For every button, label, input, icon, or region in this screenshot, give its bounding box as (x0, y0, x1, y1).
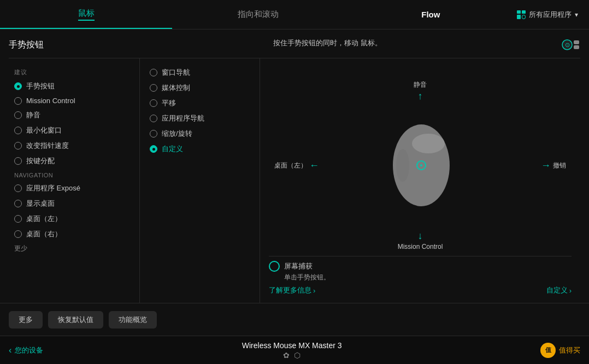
dir-right: → 撤销 (541, 160, 566, 171)
footer-icons: ✿ ⬡ (43, 351, 540, 360)
tab-flow[interactable]: Flow (345, 0, 517, 29)
tab-mouse[interactable]: 鼠标 (0, 0, 172, 29)
overview-button[interactable]: 功能概览 (109, 311, 157, 329)
list-item-expose[interactable]: 应用程序 Exposé (9, 181, 139, 196)
footer-center: Wireless Mouse MX Master 3 ✿ ⬡ (43, 341, 540, 360)
radio-appnav (150, 115, 157, 122)
svg-point-5 (396, 149, 409, 182)
radio-showdesktop (14, 200, 22, 207)
chevron-right-icon: › (313, 287, 315, 295)
left-panel: 建议 手势按钮 Mission Control 静音 最小化窗口 改变指针速度 (9, 58, 140, 303)
device-name: Wireless Mouse MX Master 3 (43, 341, 540, 350)
radio-zoom (150, 130, 157, 138)
list-item-mission[interactable]: Mission Control (9, 94, 139, 108)
capture-title: 屏幕捕获 (284, 261, 313, 271)
list-item-keybind[interactable]: 按键分配 (9, 153, 139, 169)
bluetooth-icon: ✿ (283, 351, 290, 360)
radio-speed (14, 142, 22, 150)
content-row: 建议 手势按钮 Mission Control 静音 最小化窗口 改变指针速度 (9, 58, 580, 303)
customize-link[interactable]: 自定义 › (546, 285, 572, 295)
list-item-showdesktop[interactable]: 显示桌面 (9, 196, 139, 211)
middle-panel: 窗口导航 媒体控制 平移 应用程序导航 缩放/旋转 自定义 (140, 58, 260, 303)
bottom-buttons: 更多 恢复默认值 功能概览 (0, 303, 589, 336)
arrow-left-icon: ← (309, 160, 319, 171)
list-item-custom[interactable]: 自定义 (144, 141, 255, 157)
radio-pan (150, 99, 157, 107)
arrow-right-icon: → (541, 160, 551, 171)
list-item-media[interactable]: 媒体控制 (144, 80, 255, 96)
mouse-body-svg (382, 114, 458, 217)
right-panel: 静音 ↑ 桌面（左） ← (260, 58, 580, 303)
radio-minimize (14, 127, 22, 134)
list-item-window-nav[interactable]: 窗口导航 (144, 65, 255, 80)
capture-row: 屏幕捕获 单击手势按钮。 了解更多信息 › 自定义 › (269, 256, 572, 297)
radio-gesture (14, 82, 22, 90)
capture-circle (269, 261, 280, 272)
section-title: 手势按钮 (9, 39, 44, 51)
radio-window-nav (150, 69, 157, 76)
list-item-appnav[interactable]: 应用程序导航 (144, 111, 255, 126)
chevron-left-icon: ‹ (9, 345, 11, 355)
more-button[interactable]: 更多 (9, 311, 43, 329)
usb-icon: ⬡ (294, 351, 301, 360)
list-item-mute[interactable]: 静音 (9, 108, 139, 123)
site-logo: 值 (540, 343, 556, 358)
capture-subtitle: 单击手势按钮。 (269, 273, 572, 282)
learn-more-link[interactable]: 了解更多信息 › (269, 285, 315, 295)
svg-point-8 (420, 164, 422, 166)
list-item-pan[interactable]: 平移 (144, 96, 255, 111)
arrow-down-icon: ↓ (417, 230, 422, 242)
navigation-label: NAVIGATION (9, 169, 139, 181)
top-navigation: 鼠标 指向和滚动 Flow 所有应用程序 ▾ (0, 0, 589, 29)
apps-grid-icon (517, 10, 526, 19)
tab-pointing[interactable]: 指向和滚动 (172, 0, 344, 29)
mouse-diagram: 静音 ↑ 桌面（左） ← (269, 75, 572, 256)
radio-mute (14, 111, 22, 119)
dir-top: 静音 ↑ (414, 80, 427, 102)
back-button[interactable]: ‹ 您的设备 (9, 345, 43, 355)
chevron-down-icon: ▾ (575, 11, 578, 19)
radio-media (150, 84, 157, 92)
list-item-desktop-right[interactable]: 桌面（右） (9, 226, 139, 242)
main-content: 手势按钮 ⊙ 按住手势按钮的同时，移动 鼠标。 建议 手势按钮 Mission … (0, 29, 589, 303)
radio-expose (14, 184, 22, 192)
list-item-zoom[interactable]: 缩放/旋转 (144, 126, 255, 141)
radio-custom (150, 145, 157, 153)
dir-left: 桌面（左） ← (274, 160, 319, 171)
radio-mission (14, 97, 22, 105)
list-item-gesture[interactable]: 手势按钮 (9, 79, 139, 94)
list-item-desktop-left[interactable]: 桌面（左） (9, 211, 139, 226)
apps-menu[interactable]: 所有应用程序 ▾ (517, 10, 589, 20)
more-less-toggle[interactable]: 更少 (9, 242, 139, 255)
radio-desktop-left (14, 215, 22, 223)
chevron-right-icon-2: › (569, 287, 572, 295)
list-item-speed[interactable]: 改变指针速度 (9, 138, 139, 153)
radio-keybind (14, 157, 22, 165)
footer-right: 值 值得买 (540, 343, 580, 358)
reset-button[interactable]: 恢复默认值 (48, 311, 103, 329)
footer: ‹ 您的设备 Wireless Mouse MX Master 3 ✿ ⬡ 值 … (0, 336, 589, 364)
dir-bottom: ↓ Mission Control (398, 230, 443, 250)
radio-desktop-right (14, 230, 22, 238)
suggestions-label: 建议 (9, 65, 139, 79)
arrow-up-icon: ↑ (418, 91, 423, 102)
list-item-minimize[interactable]: 最小化窗口 (9, 123, 139, 138)
hint-text: 按住手势按钮的同时，移动 鼠标。 (273, 38, 578, 48)
svg-point-6 (412, 134, 445, 153)
